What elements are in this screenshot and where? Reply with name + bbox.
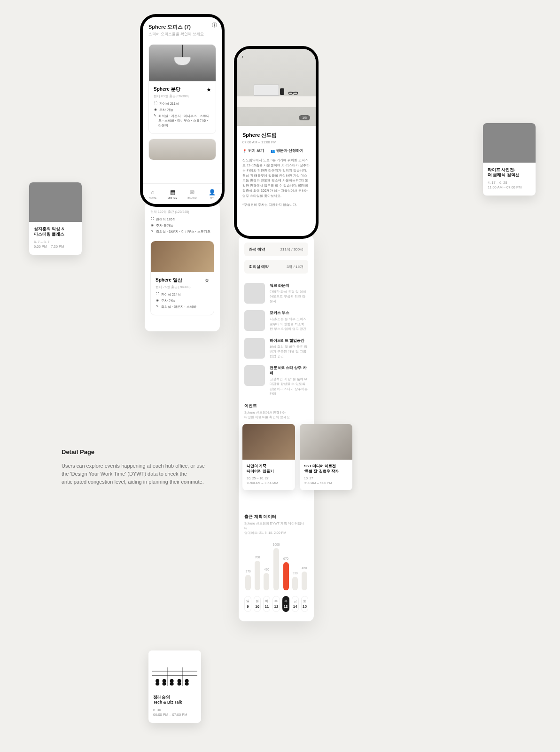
office-note: *구성원의 주차는 지원하지 않습니다. [242,203,310,207]
amenity-icon: ✎ [154,114,156,128]
day-button[interactable]: 목13 [282,596,289,612]
page-description: Detail Page Users can explore events hap… [62,448,207,486]
svg-point-5 [156,679,159,683]
chart-bar: 370 [245,570,251,590]
office-list-overflow: 현재 120명 출근 (120/240) ⛶잔여석 120석 ◉주차 불가능 ✎… [145,202,220,331]
chart-bar: 700 [255,556,261,590]
seat-icon: ⛶ [150,217,154,222]
occupancy-text: 현재 89명 출근 (89/300) [154,94,211,99]
image-counter: 1/5 [299,115,310,120]
day-button[interactable]: 화11 [263,596,270,612]
feature-image [244,365,265,386]
svg-rect-14 [185,682,189,685]
list-title: Sphere 오피스 (7) [148,24,216,31]
star-icon[interactable]: ☆ [205,278,209,283]
amenity-icon: ✎ [156,305,159,309]
office-image [151,241,214,272]
headphones-image [29,182,82,222]
event-image [300,424,352,460]
page-body: Users can explore events happening at ea… [62,462,207,486]
home-icon: ⌂ [151,189,154,196]
event-card-art[interactable]: SKT 미디어 아트전 '특별 집' 김현우 작가10. 279:00 AM –… [300,424,352,490]
nav-my[interactable]: 👤MY [202,184,222,204]
event-card-exhibition[interactable]: 라이프 사진전: 더 클래식 컬렉션 4. 17 – 6. 2811:00 AM… [483,123,536,196]
nav-office[interactable]: ▦OFFICE [163,184,182,204]
nav-home[interactable]: ⌂HOME [143,184,163,204]
svg-point-9 [170,679,174,683]
office-detail-overflow: 좌석 예약 211석 / 300석 회의실 예약 3개 / 15개 워크 라운지… [239,235,314,621]
event-card-talk[interactable]: 정래승의 Tech & Biz Talk 6. 3006:00 PM – 07:… [148,650,201,723]
view-location-button[interactable]: 📍위치 보기 [242,149,264,153]
svg-point-11 [178,679,181,683]
chart-bar: 1000 [273,543,280,590]
talk-image [148,650,201,690]
occupancy-text: 현재 120명 출근 (120/240) [150,210,214,214]
office-card-next[interactable] [148,139,216,160]
feature-cafe: 전문 바리스타 상주 카페고정적인 '사랑' 을 통해 유대감을 향상할 수 있… [244,365,308,396]
user-add-icon: 👥 [271,149,275,153]
day-button[interactable]: 금14 [292,596,299,612]
feature-focus-booth: 포커스 부스시선/소음 등 외부 노이즈로부터의 영향을 최소화 한 부스 타입… [244,310,308,331]
svg-point-7 [163,679,166,683]
feature-hybrid: 하이브리드 협업공간화상 회의 및 화면 공유 장비가 구축된 개별 및 그룹 … [244,338,308,359]
office-name: Sphere 일산 [156,277,182,283]
seat-icon: ⛶ [154,102,157,106]
day-button[interactable]: 토15 [301,596,308,612]
back-icon[interactable]: ‹ [241,54,243,60]
svg-rect-12 [178,682,181,685]
event-meta: 6. 3006:00 PM – 07:00 PM [153,708,196,717]
event-title: 라이프 사진전: 더 클래식 컬렉션 [488,167,531,178]
event-meta: 4. 17 – 6. 2811:00 AM – 07:00 PM [488,180,531,190]
office-name: Sphere 분당 [154,86,180,93]
nav-board[interactable]: ✉BOARD [182,184,202,204]
pin-icon: 📍 [242,149,247,153]
events-title: 이벤트 [244,403,308,409]
office-name: Sphere 신도림 [242,132,310,139]
day-button[interactable]: 수12 [272,596,280,612]
user-icon: 👤 [209,189,216,196]
board-icon: ✉ [190,189,194,196]
star-icon[interactable]: ★ [207,87,211,92]
parking-icon: ◉ [154,108,157,112]
phone-office-detail: ‹ 1/5 Sphere 신도림 07:00 AM – 11:00 PM 📍위치… [234,46,319,239]
page-title: Detail Page [62,448,207,455]
chart-bar: 330 [292,572,298,591]
chart-bar: 420 [264,568,270,591]
event-card-diary[interactable]: 나만의 가죽 다이어리 만들기10. 25 – 10. 2710:00 AM –… [242,424,295,490]
parking-icon: ◉ [150,223,154,228]
info-icon[interactable]: ⓘ [212,22,217,29]
reservation-rooms[interactable]: 회의실 예약 3개 / 15개 [244,260,308,274]
office-icon: ▦ [170,189,175,196]
request-visit-button[interactable]: 👥방문자 신청하기 [271,149,303,153]
list-subtitle: 스피어 오피스들을 확인해 보세요. [148,32,216,37]
office-card-bundang[interactable]: Sphere 분당★ 현재 89명 출근 (89/300) ⛶잔여석 211석 … [148,44,216,134]
events-subtitle: Sphere 신도림에서 진행하는 다양한 이벤트를 확인해 보세요. [244,410,308,420]
day-button[interactable]: 일9 [244,596,251,612]
day-button[interactable]: 월10 [254,596,261,612]
hero-image: ‹ 1/5 [237,49,316,126]
office-image [149,45,216,81]
dywt-chart: 3707004201000670330450 [244,543,308,590]
event-meta: 6. 7 – 8. 76:00 PM – 7:30 PM [34,240,77,249]
building-image [483,123,536,163]
phone-office-list: ⓘ Sphere 오피스 (7) 스피어 오피스들을 확인해 보세요. Sphe… [140,14,225,207]
seat-icon: ⛶ [156,292,159,297]
event-card-headphones[interactable]: 성지훈의 믹싱 & 마스터링 클래스 6. 7 – 8. 76:00 PM – … [29,182,82,255]
dywt-subtitle: Sphere 신도림의 DYWT 계획 데이터입니다. 업데이트: 21. 5.… [244,521,308,535]
event-title: 정래승의 Tech & Biz Talk [153,695,196,705]
amenity-icon: ✎ [150,229,154,234]
event-title: 성지훈의 믹싱 & 마스터링 클래스 [34,227,77,237]
feature-lounge: 워크 라운지다양한 좌석 유형 및 레이아웃으로 구성된 워크 라운지 [244,283,308,304]
reservation-seats[interactable]: 좌석 예약 211석 / 300석 [244,243,308,256]
dywt-title: 출근 계획 데이터 [244,514,308,520]
chart-bar: 450 [301,566,307,591]
parking-icon: ◉ [156,298,159,303]
office-card-ilsan[interactable]: Sphere 일산☆ 현재 76명 출근 (76/300) ⛶잔여석 224석 … [150,241,214,315]
chart-bar: 670 [283,557,289,590]
svg-rect-10 [170,682,174,685]
event-image [242,424,295,460]
occupancy-text: 현재 76명 출근 (76/300) [156,285,209,290]
feature-image [244,283,265,304]
svg-rect-8 [163,682,166,685]
dywt-day-selector[interactable]: 일9월10화11수12목13금14토15 [244,596,308,612]
